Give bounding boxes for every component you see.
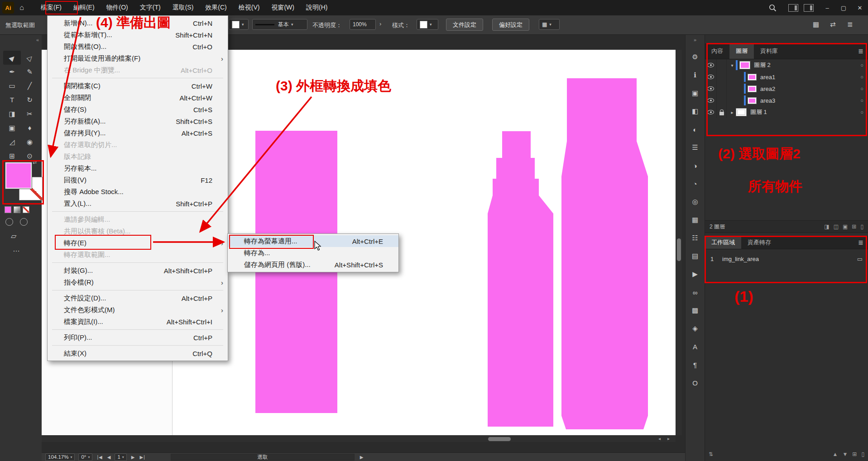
file-menu-item[interactable]: 新增(N)...Ctrl+N — [48, 17, 228, 29]
draw-mode-icon[interactable]: ▱ — [11, 232, 16, 240]
panel-menu-icon[interactable]: ≣ — [858, 43, 868, 59]
next-artboard-icon[interactable]: ▶ — [131, 455, 135, 460]
line-segment-tool[interactable]: ╱ — [21, 79, 38, 93]
layer-row[interactable]: area1○ — [705, 71, 868, 83]
make-clipping-mask-icon[interactable]: ◫ — [834, 223, 839, 230]
scale-tool[interactable]: ◿ — [3, 135, 21, 149]
vertical-scrollbar-thumb[interactable] — [677, 238, 681, 261]
document-setup-button[interactable]: 文件設定 — [446, 19, 483, 31]
restore-button[interactable]: ▢ — [835, 0, 852, 15]
file-menu-item[interactable]: 儲存拷貝(Y)...Alt+Ctrl+S — [48, 127, 228, 139]
info-icon[interactable]: ℹ — [686, 66, 705, 84]
image-trace-icon[interactable]: ▩ — [686, 301, 705, 319]
artboard-icon[interactable]: ▭ — [857, 256, 863, 262]
shape-bottle-large[interactable] — [561, 78, 648, 429]
file-menu-item[interactable]: 儲存(S)Ctrl+S — [48, 104, 228, 115]
file-menu-item[interactable]: 檔案資訊(I)...Alt+Shift+Ctrl+I — [48, 316, 228, 328]
brush-definition-dropdown[interactable]: 基本 ▾ — [252, 19, 307, 30]
visibility-toggle[interactable] — [705, 95, 717, 106]
artboards-icon[interactable]: ▣ — [686, 84, 705, 102]
first-artboard-icon[interactable]: |◀ — [97, 455, 102, 460]
menubar-item-object[interactable]: 物件(O) — [101, 0, 134, 15]
blend-tool[interactable]: ◉ — [21, 135, 38, 149]
edit-toolbar-ellipsis-icon[interactable]: … — [13, 245, 20, 253]
file-menu-item[interactable]: 結束(X)Ctrl+Q — [48, 347, 228, 359]
collect-for-export-icon[interactable]: ◨ — [824, 223, 829, 230]
file-menu-item[interactable]: 轉存(E)› — [48, 237, 228, 249]
vertical-scrollbar[interactable] — [676, 50, 682, 435]
file-menu-item[interactable]: 轉存選取範圍... — [48, 249, 228, 261]
lock-toggle[interactable] — [717, 59, 727, 71]
transparency-icon[interactable]: ◔ — [686, 175, 705, 193]
stroke-icon[interactable]: ☰ — [686, 138, 705, 157]
search-icon[interactable] — [769, 4, 777, 12]
visibility-toggle[interactable] — [705, 83, 717, 95]
menubar-item-edit[interactable]: 編輯(E) — [67, 0, 101, 15]
layer-row[interactable]: ▾圖層 2○ — [705, 59, 868, 71]
tab-layers[interactable]: 圖層 — [729, 43, 754, 59]
new-sublayer-icon[interactable]: ▣ — [843, 223, 848, 230]
scissors-tool[interactable]: ✂ — [21, 107, 38, 121]
scroll-right-icon[interactable]: ▸ — [667, 436, 670, 441]
menubar-item-type[interactable]: 文字(T) — [134, 0, 167, 15]
target-circle-icon[interactable]: ○ — [860, 109, 863, 115]
file-menu-item[interactable]: 封裝(G)...Alt+Shift+Ctrl+P — [48, 265, 228, 276]
last-artboard-icon[interactable]: ▶| — [140, 455, 145, 460]
file-menu-item[interactable]: 置入(L)...Shift+Ctrl+P — [48, 198, 228, 209]
swap-view-icon[interactable]: ⇄ — [830, 20, 836, 29]
export-submenu-item[interactable]: 轉存為螢幕適用...Alt+Ctrl+E — [228, 235, 398, 247]
snap-options-dropdown[interactable]: ▦ ▾ — [539, 19, 560, 30]
rotate-tool[interactable]: ↻ — [21, 93, 38, 107]
layer-row[interactable]: area2○ — [705, 83, 868, 95]
menubar-item-file[interactable]: 檔案(F) — [35, 0, 67, 15]
tab-libraries[interactable]: 資料庫 — [754, 43, 784, 59]
direct-selection-tool[interactable]: ▷ — [21, 51, 38, 65]
artboard-list-item[interactable]: 1 img_link_area ▭ — [705, 252, 868, 266]
workspace-switch-icon[interactable] — [804, 4, 814, 12]
file-menu-item[interactable]: 關閉檔案(C)Ctrl+W — [48, 80, 228, 92]
artboard-number-dropdown[interactable]: 1 ▾ — [115, 453, 126, 461]
lock-toggle[interactable] — [717, 71, 727, 83]
file-menu-item[interactable]: 另存新檔(A)...Shift+Ctrl+S — [48, 115, 228, 127]
file-menu-item[interactable]: 共用以供審核 (Beta)... — [48, 225, 228, 237]
delete-artboard-icon[interactable]: ▯ — [861, 451, 864, 457]
target-circle-icon[interactable]: ○ — [860, 62, 863, 68]
lock-toggle[interactable] — [717, 95, 727, 106]
opacity-input[interactable]: 100% — [350, 19, 376, 30]
file-menu-item[interactable]: 文件色彩模式(M)› — [48, 304, 228, 316]
draw-normal-button[interactable] — [5, 218, 13, 226]
type-tool[interactable]: T — [3, 93, 21, 107]
file-menu-item[interactable]: 列印(P)...Ctrl+P — [48, 332, 228, 343]
paragraph-icon[interactable]: ¶ — [686, 356, 705, 374]
new-artboard-icon[interactable]: ⊞ — [852, 451, 857, 457]
fill-color-swatch[interactable] — [5, 162, 32, 189]
tab-artboards[interactable]: 工作區域 — [705, 236, 741, 249]
export-submenu-item[interactable]: 儲存為網頁用 (舊版)...Alt+Shift+Ctrl+S — [228, 259, 398, 271]
visibility-toggle[interactable] — [705, 59, 717, 71]
color-mode-fill-button[interactable] — [5, 206, 11, 213]
color-mode-none-button[interactable] — [23, 206, 29, 213]
rotation-dropdown[interactable]: 0° ▾ — [78, 453, 92, 461]
target-circle-icon[interactable]: ○ — [860, 86, 863, 91]
preferences-button[interactable]: 偏好設定 — [492, 19, 529, 31]
file-menu-item[interactable]: 在 Bridge 中瀏覽...Alt+Ctrl+O — [48, 64, 228, 76]
tab-asset-export[interactable]: 資產轉存 — [741, 236, 777, 249]
home-icon[interactable]: ⌂ — [14, 0, 29, 15]
draw-behind-button[interactable] — [20, 218, 28, 226]
file-menu-item[interactable]: 另存範本... — [48, 162, 228, 174]
stroke-color-dropdown[interactable]: ▾ — [229, 19, 249, 30]
grid-view-icon[interactable]: ▦ — [813, 20, 819, 29]
lock-toggle[interactable] — [717, 106, 727, 118]
menubar-item-help[interactable]: 說明(H) — [300, 0, 333, 15]
minimize-button[interactable]: – — [819, 0, 835, 15]
file-menu-item[interactable]: 版本記錄 — [48, 151, 228, 162]
visibility-toggle[interactable] — [705, 106, 717, 118]
pen-tool[interactable]: ✒ — [3, 65, 21, 79]
target-circle-icon[interactable]: ○ — [860, 74, 863, 80]
file-menu-item[interactable]: 搜尋 Adobe Stock... — [48, 186, 228, 198]
previous-artboard-icon[interactable]: ◀ — [107, 455, 111, 460]
close-button[interactable]: ✕ — [852, 0, 868, 15]
color-icon[interactable]: ◧ — [686, 102, 705, 120]
file-menu-item[interactable]: 回復(V)F12 — [48, 174, 228, 186]
layer-row[interactable]: area3○ — [705, 95, 868, 106]
